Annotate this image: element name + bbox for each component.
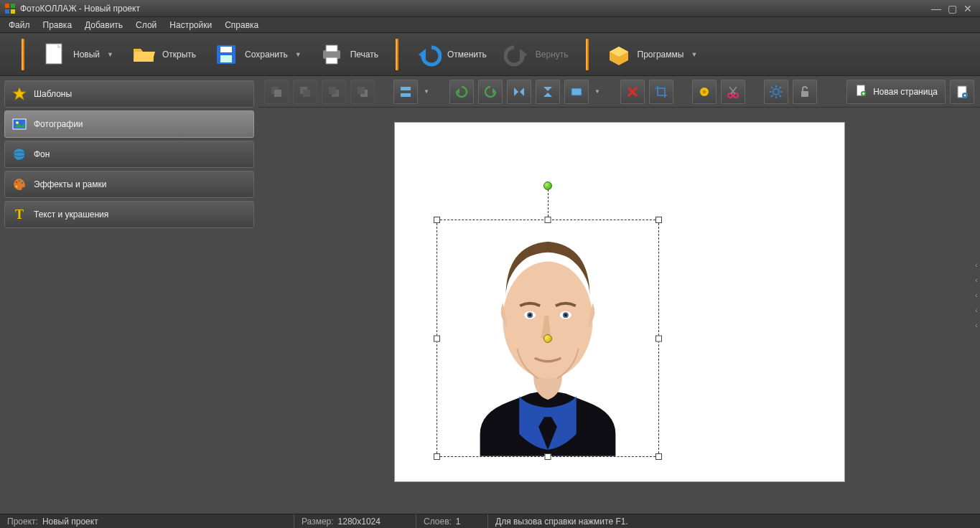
selection-box[interactable] [437, 220, 659, 457]
new-page-button[interactable]: Новая страница [846, 80, 946, 104]
status-layers-label: Слоев: [424, 517, 452, 527]
rotation-line [548, 186, 549, 220]
folder-open-icon [131, 42, 157, 67]
svg-rect-28 [303, 90, 310, 97]
dropdown-icon: ▼ [295, 51, 302, 58]
menu-add[interactable]: Добавить [80, 19, 127, 32]
svg-line-52 [780, 95, 782, 97]
svg-rect-3 [11, 9, 15, 14]
window-title: ФотоКОЛЛАЖ - Новый проект [20, 4, 928, 14]
programs-button[interactable]: Программы ▼ [599, 37, 705, 72]
menu-settings[interactable]: Настройки [165, 19, 216, 32]
color-button[interactable] [692, 80, 717, 104]
status-bar: Проект: Новый проект Размер: 1280x1024 С… [0, 514, 980, 528]
right-panel-handle[interactable]: ‹‹‹‹‹ [973, 261, 980, 329]
palette-icon [12, 177, 27, 192]
bring-forward-button[interactable] [293, 80, 317, 104]
page-plus-icon [854, 84, 867, 99]
work-area: ▼ ▼ Новая страница [258, 76, 980, 514]
print-button[interactable]: Печать [312, 37, 386, 72]
resize-handle-ne[interactable] [655, 217, 662, 223]
resize-handle-w[interactable] [434, 335, 440, 341]
svg-line-53 [771, 95, 773, 97]
status-hint: Для вызова справки нажмите F1. [488, 514, 980, 528]
rotate-right-button[interactable] [478, 80, 503, 104]
status-project-value: Новый проект [42, 517, 98, 527]
resize-handle-s[interactable] [544, 453, 551, 460]
new-page-label: Новая страница [873, 87, 938, 97]
new-button[interactable]: Новый ▼ [34, 37, 121, 72]
status-size-value: 1280x1024 [338, 517, 381, 527]
svg-rect-8 [220, 55, 232, 62]
resize-handle-sw[interactable] [434, 453, 440, 460]
new-file-icon [42, 42, 67, 67]
send-backward-button[interactable] [322, 80, 346, 104]
fit-button[interactable] [564, 80, 589, 104]
canvas-viewport[interactable] [258, 108, 980, 514]
svg-line-51 [771, 87, 773, 89]
sidebar-item-effects[interactable]: Эффекты и рамки [4, 171, 254, 198]
sidebar-item-text[interactable]: T Текст и украшения [4, 201, 254, 228]
undo-icon [416, 42, 442, 67]
sidebar-item-photos[interactable]: Фотографии [4, 110, 254, 138]
bring-front-button[interactable] [264, 80, 289, 104]
svg-point-20 [16, 182, 18, 184]
page-settings-button[interactable] [950, 80, 974, 104]
close-button[interactable]: ✕ [960, 3, 976, 14]
main-toolbar: Новый ▼ Открыть Сохранить ▼ Печать Отмен… [0, 33, 980, 76]
sidebar-item-background[interactable]: Фон [4, 141, 254, 168]
lock-button[interactable] [793, 80, 817, 104]
svg-marker-37 [514, 88, 518, 96]
redo-button[interactable]: Вернуть [497, 37, 576, 72]
rotate-left-button[interactable] [449, 80, 474, 104]
status-project: Проект: Новый проект [0, 514, 294, 528]
app-icon [4, 3, 16, 14]
sidebar-item-label: Эффекты и рамки [34, 179, 106, 189]
align-button[interactable] [393, 80, 418, 104]
maximize-button[interactable]: ▢ [944, 3, 960, 14]
open-button[interactable]: Открыть [123, 37, 203, 72]
menu-bar: Файл Правка Добавить Слой Настройки Спра… [0, 17, 980, 33]
rotation-handle[interactable] [543, 182, 552, 190]
dropdown-icon[interactable]: ▼ [422, 88, 431, 95]
editor-toolbar: ▼ ▼ Новая страница [258, 76, 980, 108]
toolbar-separator [586, 39, 589, 70]
flip-horizontal-button[interactable] [507, 80, 531, 104]
svg-point-65 [528, 314, 531, 316]
programs-label: Программы [638, 50, 684, 60]
flip-vertical-button[interactable] [536, 80, 560, 104]
svg-rect-0 [5, 4, 9, 8]
resize-handle-se[interactable] [655, 453, 662, 460]
canvas[interactable] [394, 122, 845, 482]
menu-layer[interactable]: Слой [131, 19, 161, 32]
minimize-button[interactable]: — [928, 3, 944, 14]
svg-marker-14 [13, 88, 26, 100]
save-label: Сохранить [245, 50, 288, 60]
svg-rect-10 [326, 45, 337, 52]
sidebar-item-templates[interactable]: Шаблоны [4, 80, 254, 108]
dropdown-icon: ▼ [691, 51, 697, 58]
settings-button[interactable] [764, 80, 788, 104]
resize-handle-nw[interactable] [434, 217, 440, 223]
svg-marker-39 [543, 87, 552, 91]
sidebar-item-label: Фотографии [34, 119, 83, 129]
star-icon [12, 87, 27, 101]
menu-file[interactable]: Файл [4, 19, 34, 32]
svg-rect-34 [401, 93, 411, 97]
center-handle[interactable] [543, 334, 552, 343]
box-icon [606, 42, 632, 67]
resize-handle-n[interactable] [544, 217, 551, 223]
delete-button[interactable] [620, 80, 645, 104]
undo-button[interactable]: Отменить [409, 37, 494, 72]
status-size: Размер: 1280x1024 [294, 514, 416, 528]
dropdown-icon[interactable]: ▼ [593, 88, 602, 95]
resize-handle-e[interactable] [655, 335, 662, 341]
cut-button[interactable] [721, 80, 745, 104]
menu-edit[interactable]: Правка [39, 19, 77, 32]
svg-rect-30 [329, 87, 336, 94]
status-size-label: Размер: [302, 517, 334, 527]
crop-button[interactable] [649, 80, 673, 104]
save-button[interactable]: Сохранить ▼ [206, 37, 309, 72]
menu-help[interactable]: Справка [220, 19, 263, 32]
send-back-button[interactable] [350, 80, 375, 104]
